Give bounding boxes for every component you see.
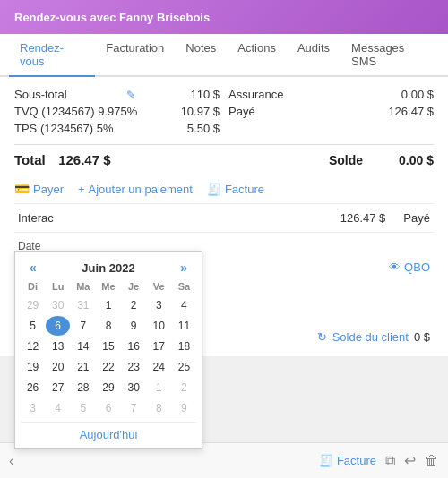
calendar-day[interactable]: 30	[122, 378, 146, 397]
solde-client-label: Solde du client	[332, 330, 409, 344]
add-payment-button[interactable]: + Ajouter un paiement	[78, 183, 193, 196]
facture-button[interactable]: 🧾 Facture	[207, 183, 264, 196]
card-icon: 💳	[14, 182, 30, 196]
bottom-facture-icon: 🧾	[319, 454, 333, 467]
collapse-icon[interactable]: ‹	[9, 453, 13, 469]
tab-actions[interactable]: Actions	[227, 34, 287, 77]
eye-icon: 👁	[389, 260, 401, 274]
calendar-day[interactable]: 15	[96, 337, 120, 356]
calendar-day[interactable]: 13	[46, 337, 70, 356]
calendar-day[interactable]: 24	[147, 357, 171, 377]
payment-amount: 126.47 $	[340, 211, 404, 225]
bottom-trash-icon[interactable]: 🗑	[425, 453, 439, 469]
bottom-facture-button[interactable]: 🧾 Facture	[319, 454, 376, 467]
calendar-day[interactable]: 5	[21, 316, 45, 336]
tab-audits[interactable]: Audits	[287, 34, 340, 77]
billing-grid: Sous-total ✎ 110 $ TVQ (1234567) 9.975% …	[14, 86, 434, 137]
bottom-copy-icon[interactable]: ⧉	[385, 453, 395, 469]
calendar-day[interactable]: 8	[147, 398, 171, 418]
calendar-day[interactable]: 28	[71, 378, 95, 397]
calendar-day[interactable]: 9	[172, 398, 196, 418]
calendar-prev-button[interactable]: «	[24, 260, 42, 275]
calendar-title: Juin 2022	[82, 261, 134, 275]
solde-label: Solde	[329, 153, 363, 167]
calendar-day[interactable]: 14	[71, 337, 95, 356]
calendar-day[interactable]: 18	[172, 337, 196, 356]
calendar-day[interactable]: 9	[122, 316, 146, 336]
tvq-row: TVQ (1234567) 9.975% 10.97 $	[14, 103, 220, 120]
tps-label: TPS (1234567) 5%	[14, 122, 114, 135]
total-row: Total 126.47 $	[14, 152, 111, 167]
calendar-day[interactable]: 2	[122, 295, 146, 315]
tps-row: TPS (1234567) 5% 5.50 $	[14, 120, 220, 137]
calendar-day[interactable]: 20	[46, 357, 70, 377]
total-value: 126.47 $	[58, 152, 110, 167]
calendar-popup: « Juin 2022 » Di Lu Ma Me Je Ve Sa 29303…	[14, 251, 202, 449]
tvq-value: 10.97 $	[181, 105, 220, 118]
cal-day-name-ve: Ve	[147, 278, 171, 294]
bottom-share-icon[interactable]: ↩	[404, 452, 416, 469]
calendar-day[interactable]: 5	[71, 398, 95, 418]
tab-notes[interactable]: Notes	[175, 34, 227, 77]
tab-facturation[interactable]: Facturation	[95, 34, 175, 77]
calendar-day[interactable]: 12	[21, 337, 45, 356]
calendar-day[interactable]: 16	[122, 337, 146, 356]
payer-button[interactable]: 💳 Payer	[14, 182, 64, 196]
calendar-day[interactable]: 27	[46, 378, 70, 397]
tab-messages-sms[interactable]: Messages SMS	[340, 34, 439, 77]
calendar-day[interactable]: 1	[147, 378, 171, 397]
calendar-day[interactable]: 1	[96, 295, 120, 315]
calendar-day[interactable]: 30	[46, 295, 70, 315]
paye-row: Payé 126.47 $	[228, 103, 434, 120]
page-title: Rendez-vous avec Fanny Brisebois	[14, 11, 210, 24]
calendar-day[interactable]: 19	[21, 357, 45, 377]
calendar-day[interactable]: 6	[96, 398, 120, 418]
calendar-day[interactable]: 23	[122, 357, 146, 377]
edit-icon[interactable]: ✎	[126, 89, 135, 101]
sous-total-value: 110 $	[190, 88, 220, 101]
refresh-icon: ↻	[317, 330, 327, 344]
cal-day-name-ma: Ma	[71, 278, 95, 294]
cal-day-name-je: Je	[122, 278, 146, 294]
total-label: Total	[14, 152, 46, 167]
calendar-day[interactable]: 22	[96, 357, 120, 377]
calendar-day[interactable]: 21	[71, 357, 95, 377]
calendar-day[interactable]: 8	[96, 316, 120, 336]
paye-label: Payé	[228, 105, 255, 118]
calendar-day[interactable]: 7	[122, 398, 146, 418]
solde-client-value: 0 $	[414, 330, 430, 344]
paye-value: 126.47 $	[388, 105, 434, 118]
calendar-day[interactable]: 26	[21, 378, 45, 397]
calendar-day[interactable]: 31	[71, 295, 95, 315]
tabs-bar: Rendez-vous Facturation Notes Actions Au…	[0, 34, 448, 77]
cal-day-name-lu: Lu	[46, 278, 70, 294]
cal-day-name-sa: Sa	[172, 278, 196, 294]
tvq-label: TVQ (1234567) 9.975%	[14, 105, 137, 118]
calendar-day[interactable]: 29	[96, 378, 120, 397]
facture-icon: 🧾	[207, 183, 221, 196]
tps-value: 5.50 $	[187, 122, 220, 135]
calendar-header: « Juin 2022 »	[21, 257, 196, 278]
solde-value: 0.00 $	[399, 153, 434, 167]
calendar-day[interactable]: 3	[147, 295, 171, 315]
calendar-day[interactable]: 11	[172, 316, 196, 336]
calendar-day[interactable]: 17	[147, 337, 171, 356]
calendar-day[interactable]: 3	[21, 398, 45, 418]
calendar-day[interactable]: 4	[172, 295, 196, 315]
calendar-day[interactable]: 29	[21, 295, 45, 315]
calendar-day[interactable]: 4	[46, 398, 70, 418]
tab-rendezvous[interactable]: Rendez-vous	[9, 34, 95, 77]
calendar-day[interactable]: 10	[147, 316, 171, 336]
sous-total-row: Sous-total ✎ 110 $	[14, 86, 220, 103]
calendar-day[interactable]: 6	[46, 316, 70, 336]
calendar-day[interactable]: 7	[71, 316, 95, 336]
calendar-next-button[interactable]: »	[175, 260, 193, 275]
calendar-day[interactable]: 2	[172, 378, 196, 397]
today-button[interactable]: Aujourd'hui	[21, 422, 196, 443]
qbo-button[interactable]: 👁 QBO	[389, 260, 430, 274]
sous-total-label: Sous-total	[14, 88, 67, 101]
cal-day-name-me: Me	[96, 278, 120, 294]
calendar-day[interactable]: 25	[172, 357, 196, 377]
cal-day-name-di: Di	[21, 278, 45, 294]
calendar-grid: Di Lu Ma Me Je Ve Sa 2930311234567891011…	[21, 278, 196, 418]
